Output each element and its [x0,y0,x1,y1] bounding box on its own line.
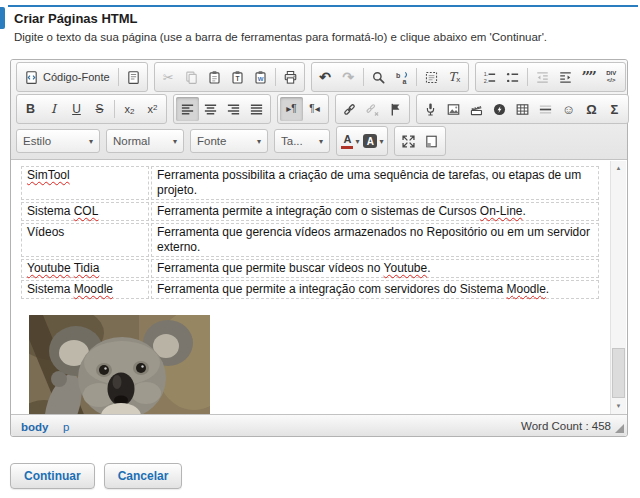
align-center-button[interactable] [199,97,222,121]
desc-cell[interactable]: Ferramenta possibilita a criação de uma … [151,166,599,200]
div-container-icon: DIV </> [606,70,616,84]
align-left-button[interactable] [176,97,199,121]
paste-icon [207,70,222,85]
toolbar-group: A▾A▾ [336,126,388,156]
scroll-up-arrow[interactable]: ▲ [611,161,626,175]
paste-word-icon [253,70,268,85]
show-blocks-button[interactable] [420,129,443,153]
align-right-button[interactable] [222,97,245,121]
rtl-button[interactable]: ¶◂ [303,97,326,121]
select-all-button[interactable] [420,65,443,89]
numbered-list-button[interactable] [478,65,501,89]
align-right-icon [226,102,241,117]
div-container-button[interactable]: DIV </> [600,65,623,89]
path-body[interactable]: body [21,421,48,433]
source-button-label: Código-Fonte [43,71,110,83]
flash-icon [492,102,507,117]
templates-icon [126,70,141,85]
misspelled-word: On-Line [480,204,523,218]
print-button[interactable] [279,65,302,89]
numbered-list-icon [482,70,497,85]
find-button[interactable] [367,65,390,89]
blockquote-button[interactable]: ”” [577,65,600,89]
anchor-button[interactable] [384,97,407,121]
table-row: SimToolFerramenta possibilita a criação … [21,166,599,200]
text-color-button[interactable]: A▾ [339,129,362,153]
movie-icon [469,102,484,117]
content-table-body: SimToolFerramenta possibilita a criação … [21,166,599,299]
toolbar-group: ✂ [154,62,305,92]
italic-button[interactable]: I [42,97,65,121]
bold-button[interactable]: B [19,97,42,121]
strike-icon: S [95,103,103,115]
glyph-part: 2 [153,103,157,112]
indent-button[interactable] [554,65,577,89]
font-select[interactable]: Fonte▾ [190,129,268,153]
misspelled-word: COL [74,204,99,218]
koala-image[interactable] [29,315,210,414]
ltr-button[interactable]: ▸¶ [280,97,303,121]
ltr-icon: ▸¶ [286,104,296,114]
table-button[interactable] [511,97,534,121]
glyph-part: x [456,75,460,84]
header-accent-tab [0,7,5,29]
replace-button[interactable] [390,65,413,89]
special-char-button[interactable]: Ω [580,97,603,121]
style-select[interactable]: Estilo▾ [16,129,100,153]
underline-button[interactable]: U [65,97,88,121]
toolbar-group: Código-Fonte [16,62,148,92]
undo-button[interactable]: ↶ [314,65,337,89]
remove-format-button[interactable]: Tx [443,65,466,89]
image-icon [446,102,461,117]
misspelled-word: Moodle [507,282,546,296]
strike-button[interactable]: S [88,97,111,121]
source-button[interactable]: Código-Fonte [19,65,115,89]
continue-button[interactable]: Continuar [10,463,95,489]
bg-color-button[interactable]: A▾ [362,129,385,153]
footer-actions: Continuar Cancelar [10,463,182,489]
anchor-icon [388,102,403,117]
header-accent-rule [8,5,638,7]
movie-button[interactable] [465,97,488,121]
desc-cell[interactable]: Ferramenta que permite a integração com … [151,280,599,299]
path-p[interactable]: p [63,421,69,433]
paste-word-button[interactable] [249,65,272,89]
format-select[interactable]: Normal▾ [106,129,184,153]
cancel-button[interactable]: Cancelar [104,463,183,489]
blockquote-icon: ”” [582,70,595,85]
desc-cell[interactable]: Ferramenta permite a integração com o si… [151,202,599,221]
templates-button[interactable] [122,65,145,89]
tool-cell[interactable]: Vídeos [21,223,149,257]
formula-button[interactable]: Σ [603,97,626,121]
separator [363,68,364,86]
bulleted-list-button[interactable] [501,65,524,89]
desc-cell[interactable]: Ferramenta que permite buscar vídeos no … [151,259,599,278]
size-select-label: Ta... [281,135,303,147]
maximize-button[interactable] [397,129,420,153]
copy-button [180,65,203,89]
flash-button[interactable] [488,97,511,121]
editor-toolbar: Código-Fonte✂↶↷Tx””DIV </>BIUSx2x2▸¶¶◂☺Ω… [11,60,627,160]
subscript-button[interactable]: x2 [118,97,141,121]
size-select[interactable]: Ta...▾ [274,129,330,153]
link-button[interactable] [338,97,361,121]
image-button[interactable] [442,97,465,121]
align-justify-button[interactable] [245,97,268,121]
desc-cell[interactable]: Ferramenta que gerencia vídeos armazenad… [151,223,599,257]
tool-cell[interactable]: SimTool [21,166,149,200]
smiley-button[interactable]: ☺ [557,97,580,121]
misspelled-word: Youtube [384,261,428,275]
paste-button[interactable] [203,65,226,89]
resize-grip[interactable] [615,424,624,433]
scroll-thumb[interactable] [612,348,625,398]
tool-cell[interactable]: Sistema Moodle [21,280,149,299]
editor-content[interactable]: SimToolFerramenta possibilita a criação … [11,160,627,414]
superscript-button[interactable]: x2 [141,97,164,121]
horizontal-rule-button[interactable] [534,97,557,121]
unlink-button [361,97,384,121]
tool-cell[interactable]: Youtube Tidia [21,259,149,278]
tool-cell[interactable]: Sistema COL [21,202,149,221]
scroll-down-arrow[interactable]: ▼ [611,399,626,413]
paste-text-button[interactable] [226,65,249,89]
audio-record-button[interactable] [419,97,442,121]
